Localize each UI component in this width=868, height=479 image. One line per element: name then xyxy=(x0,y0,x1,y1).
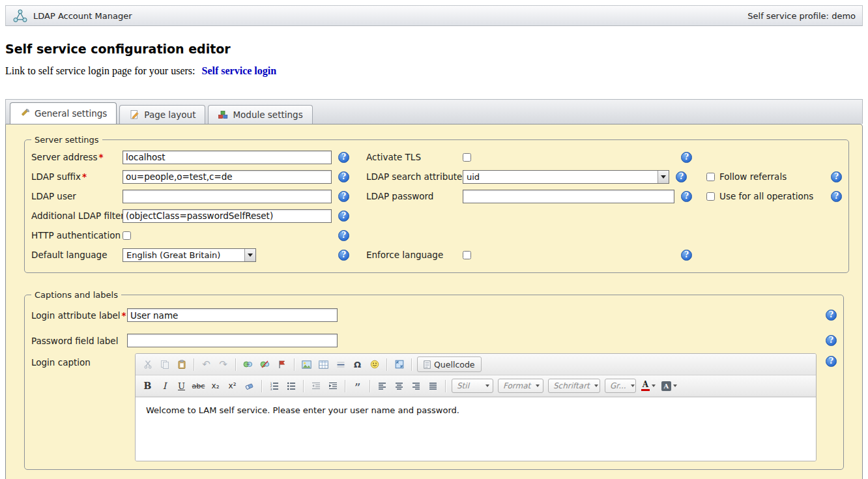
font-size-dropdown[interactable]: Gr... xyxy=(605,379,636,393)
remove-format-button[interactable] xyxy=(241,378,257,394)
password-field-input[interactable] xyxy=(127,334,338,347)
help-icon[interactable]: ? xyxy=(338,250,349,261)
font-size-dropdown-label: Gr... xyxy=(610,381,626,390)
smiley-button[interactable] xyxy=(366,356,383,372)
numbered-list-button[interactable]: 123 xyxy=(266,378,282,394)
increase-indent-button[interactable] xyxy=(325,378,341,394)
maximize-button[interactable] xyxy=(391,356,407,372)
help-icon[interactable]: ? xyxy=(826,356,837,367)
help-icon[interactable]: ? xyxy=(338,171,349,182)
self-service-login-link[interactable]: Self service login xyxy=(201,65,276,76)
format-dropdown[interactable]: Format xyxy=(498,379,543,393)
copy-button[interactable] xyxy=(156,356,173,372)
bulleted-list-button[interactable] xyxy=(283,378,299,394)
bulleted-list-icon xyxy=(287,381,296,390)
toolbar-separator xyxy=(294,358,295,371)
font-dropdown[interactable]: Schriftart xyxy=(548,379,600,393)
subscript-button[interactable]: x₂ xyxy=(207,378,224,394)
align-center-button[interactable] xyxy=(391,378,407,394)
ldap-password-label: LDAP password xyxy=(366,191,463,201)
source-button[interactable]: Quellcode xyxy=(417,356,482,372)
text-color-button[interactable]: A xyxy=(639,378,658,394)
background-color-button[interactable]: A xyxy=(659,378,680,394)
help-icon[interactable]: ? xyxy=(676,171,687,182)
help-icon[interactable]: ? xyxy=(338,191,349,202)
follow-referrals-checkbox[interactable] xyxy=(706,173,715,181)
redo-button[interactable]: ↷ xyxy=(215,356,231,372)
additional-ldap-filter-label: Additional LDAP filter xyxy=(31,210,123,221)
help-icon[interactable]: ? xyxy=(338,152,349,163)
http-authentication-checkbox[interactable] xyxy=(123,231,131,240)
styles-dropdown[interactable]: Stil xyxy=(452,379,493,393)
enforce-language-label: Enforce language xyxy=(366,250,463,260)
app-title: LDAP Account Manager xyxy=(33,11,132,21)
justify-button[interactable] xyxy=(425,378,441,394)
password-field-label: Password field label xyxy=(31,336,127,346)
ldap-search-attribute-select[interactable]: uid xyxy=(463,170,669,184)
login-line-text: Link to self service login page for your… xyxy=(5,65,195,76)
chevron-down-icon xyxy=(485,385,489,387)
ldap-user-input[interactable] xyxy=(123,190,332,203)
tab-label: Module settings xyxy=(233,109,302,120)
flag-icon xyxy=(278,360,286,369)
help-icon[interactable]: ? xyxy=(338,230,349,241)
additional-ldap-filter-input[interactable] xyxy=(123,209,332,223)
help-icon[interactable]: ? xyxy=(681,191,692,202)
tab-general-settings[interactable]: General settings xyxy=(10,102,117,124)
server-address-label: Server address* xyxy=(31,152,123,162)
undo-button[interactable]: ↶ xyxy=(198,356,214,372)
maximize-icon xyxy=(395,360,404,369)
insert-image-button[interactable] xyxy=(298,356,315,372)
cut-button[interactable] xyxy=(139,356,156,372)
special-character-button[interactable]: Ω xyxy=(349,356,366,372)
ldap-password-input[interactable] xyxy=(463,190,674,203)
login-caption-textarea[interactable]: Welcome to LAM self service. Please ente… xyxy=(136,397,816,461)
anchor-button[interactable] xyxy=(274,356,290,372)
underline-button[interactable]: U xyxy=(173,378,190,394)
server-address-input[interactable] xyxy=(123,151,332,164)
text-color-letter: A xyxy=(643,381,648,388)
tab-module-settings[interactable]: Module settings xyxy=(208,105,312,124)
superscript-button[interactable]: x² xyxy=(224,378,240,394)
help-icon[interactable]: ? xyxy=(681,152,692,163)
toolbar-separator xyxy=(369,380,370,392)
decrease-indent-button[interactable] xyxy=(308,378,324,394)
default-language-select[interactable]: English (Great Britain) xyxy=(123,248,256,262)
align-right-button[interactable] xyxy=(408,378,424,394)
dropdown-arrow-icon xyxy=(658,171,669,183)
insert-link-button[interactable] xyxy=(240,356,256,372)
bold-button[interactable]: B xyxy=(139,378,156,394)
justify-icon xyxy=(429,382,437,390)
login-attribute-input[interactable] xyxy=(127,308,338,322)
help-icon[interactable]: ? xyxy=(826,335,837,346)
help-icon[interactable]: ? xyxy=(826,310,837,321)
profile-label: Self service profile: demo xyxy=(747,11,856,21)
blockquote-button[interactable]: ” xyxy=(349,378,366,394)
help-icon[interactable]: ? xyxy=(681,250,692,261)
font-dropdown-label: Schriftart xyxy=(553,381,590,390)
remove-link-button[interactable] xyxy=(257,356,273,372)
enforce-language-checkbox[interactable] xyxy=(463,251,471,259)
page-title: Self service configuration editor xyxy=(5,42,863,56)
italic-button[interactable]: I xyxy=(156,378,173,394)
help-icon[interactable]: ? xyxy=(831,171,842,182)
insert-table-button[interactable] xyxy=(315,356,332,372)
tab-label: Page layout xyxy=(144,109,195,120)
strikethrough-button[interactable]: abc xyxy=(190,378,207,394)
horizontal-rule-button[interactable] xyxy=(332,356,349,372)
align-left-button[interactable] xyxy=(374,378,390,394)
activate-tls-checkbox[interactable] xyxy=(463,153,471,162)
outdent-icon xyxy=(311,381,321,390)
help-icon[interactable]: ? xyxy=(338,210,349,222)
required-marker: * xyxy=(122,310,126,321)
tab-page-layout[interactable]: Page layout xyxy=(119,105,205,124)
page-pencil-icon xyxy=(129,109,139,120)
use-for-all-operations-label: Use for all operations xyxy=(719,191,813,201)
help-icon[interactable]: ? xyxy=(831,191,842,202)
captions-labels-legend: Captions and labels xyxy=(31,290,121,300)
required-marker: * xyxy=(82,171,87,182)
use-for-all-operations-checkbox[interactable] xyxy=(706,192,715,201)
editor-toolbar-bottom: B I U abc x₂ x² 123 ” xyxy=(136,375,816,397)
paste-button[interactable] xyxy=(173,356,190,372)
ldap-suffix-input[interactable] xyxy=(123,170,332,184)
